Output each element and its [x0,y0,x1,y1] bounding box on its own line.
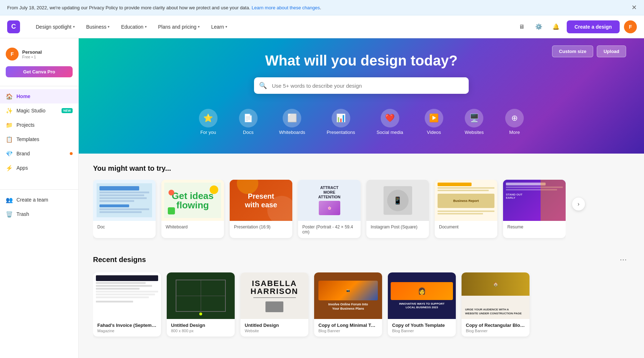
recent-card-tennis-info: Untitled Design 800 x 800 px [167,319,235,337]
sidebar-item-templates[interactable]: 📋 Templates [0,132,78,146]
sidebar-item-apps[interactable]: ⚡ Apps [0,161,78,175]
recent-card-invoice-info: Fahad's Invoice (September 20... Magazin… [93,319,161,337]
sidebar-item-label: Trash [16,211,29,217]
quick-type-more[interactable]: ⊕ More [494,105,535,139]
monitor-icon-button[interactable]: 🖥 [515,20,528,33]
get-canva-pro-button[interactable]: Get Canva Pro [6,66,73,77]
create-team-icon: 👥 [6,196,13,203]
recent-card-invoice-thumb [93,272,161,319]
hero-search: 🔍 [254,77,469,94]
avatar[interactable]: F [624,20,637,33]
nav-right: 🖥 ⚙️ 🔔 Create a design F [515,20,637,33]
recent-card-invoice[interactable]: Fahad's Invoice (September 20... Magazin… [93,272,161,337]
settings-icon-button[interactable]: ⚙️ [532,20,545,33]
recent-more-button[interactable]: ⋯ [617,254,630,265]
sidebar-item-home[interactable]: 🏠 Home [0,89,78,103]
sidebar-item-label: Apps [16,165,28,171]
try-card-resume-thumb: STAND OUTEARLY [503,180,566,221]
recent-card-forum-thumb: 📸 Involve Online Forum IntoYour Business… [314,272,382,319]
recent-card-invoice-title: Fahad's Invoice (September 20... [97,323,157,328]
bell-icon-button[interactable]: 🔔 [550,20,562,33]
recent-card-rectangular[interactable]: 🏠 URGE YOUR AUDIENCE WITH AWEBSITE UNDER… [462,272,530,337]
recent-section-title: Recent designs [93,256,146,264]
notification-text: From July 18, 2022, we're updating our P… [7,5,321,10]
try-card-doc-thumb [93,180,156,221]
nav-item-learn[interactable]: Learn ▾ [206,21,232,33]
recent-card-innovative-sub: Blog Banner [392,329,452,333]
recent-section-header: Recent designs ⋯ [93,254,630,265]
hero-title: What will you design today? [97,53,626,69]
new-badge: NEW [62,108,73,113]
chevron-down-icon: ▾ [225,25,227,29]
recent-card-tennis-thumb [167,272,235,319]
whiteboards-icon: ⬜ [283,109,301,127]
try-card-poster[interactable]: ATTRACTMOREATTENTION 🌸 Poster (Portrait … [298,180,361,238]
main-content: You might want to try... [79,154,644,350]
try-card-poster-label: Poster (Portrait - 42 × 59.4 cm) [298,221,361,238]
quick-type-social-media[interactable]: ❤️ Social media [366,105,414,139]
try-card-presentation-thumb: Presentwith ease [230,180,292,221]
try-card-presentation[interactable]: Presentwith ease Presentation (16:9) [230,180,292,238]
recent-card-isabella[interactable]: ISABELLAHARRISON Untitled Design Website [240,272,308,337]
quick-type-presentations[interactable]: 📊 Presentations [316,105,366,139]
sidebar-item-label: Create a team [16,197,48,203]
recent-card-invoice-sub: Magazine [97,329,157,333]
try-card-document[interactable]: Business Report Document [435,180,497,238]
sidebar-item-label: Magic Studio [16,108,45,113]
quick-type-videos[interactable]: ▶️ Videos [414,105,454,139]
custom-size-button[interactable]: Custom size [552,45,593,57]
hero-section: Custom size Upload What will you design … [79,38,644,154]
recent-card-forum[interactable]: 📸 Involve Online Forum IntoYour Business… [314,272,382,337]
try-section: You might want to try... [93,164,630,241]
recent-section: Recent designs ⋯ [93,254,630,339]
presentations-icon: 📊 [332,109,350,127]
quick-type-websites[interactable]: 🖥️ Websites [454,105,494,139]
recent-card-rectangular-info: Copy of Rectangular Block Te... Blog Ban… [462,319,530,337]
notification-bar: From July 18, 2022, we're updating our P… [0,0,644,15]
recent-card-tennis-title: Untitled Design [171,323,230,328]
quick-type-for-you[interactable]: ⭐ For you [188,105,228,139]
docs-icon: 📄 [239,109,258,127]
brand-icon: 💎 [6,150,13,157]
search-icon: 🔍 [254,77,272,94]
sidebar-avatar: F [6,48,19,61]
sidebar-item-brand[interactable]: 💎 Brand [0,146,78,161]
for-you-icon: ⭐ [199,109,218,127]
recent-card-innovative-title: Copy of Youth Template [392,323,452,328]
recent-card-innovative-thumb: 👩 INNOVATIVE WAYS TO SUPPORTLOCAL BUSINE… [388,272,456,319]
recent-card-tennis[interactable]: Untitled Design 800 x 800 px [167,272,235,337]
upload-button[interactable]: Upload [597,45,626,57]
main-layout: F Personal Free • 1 Get Canva Pro 🏠 Home… [0,38,644,358]
try-card-instagram[interactable]: 📱 Instagram Post (Square) [366,180,429,238]
sidebar-item-magic-studio[interactable]: ✨ Magic Studio NEW [0,103,78,118]
nav-item-design-spotlight[interactable]: Design spotlight ▾ [31,21,80,33]
hero-buttons: Custom size Upload [552,45,626,57]
next-try-cards-button[interactable]: › [572,198,585,211]
try-card-whiteboard-label: Whiteboard [161,221,224,233]
quick-types: ⭐ For you 📄 Docs ⬜ Whiteboards 📊 Present… [97,105,626,139]
sidebar-item-trash[interactable]: 🗑️ Trash [0,207,78,221]
try-card-resume[interactable]: STAND OUTEARLY Resume [503,180,566,238]
nav-item-plans-pricing[interactable]: Plans and pricing ▾ [153,21,205,33]
create-design-button[interactable]: Create a design [567,20,620,33]
sidebar-item-projects[interactable]: 📁 Projects [0,118,78,132]
recent-card-innovative[interactable]: 👩 INNOVATIVE WAYS TO SUPPORTLOCAL BUSINE… [388,272,456,337]
try-card-instagram-label: Instagram Post (Square) [366,221,429,233]
chevron-down-icon: ▾ [73,25,75,29]
top-nav: C Design spotlight ▾ Business ▾ Educatio… [0,15,644,38]
sidebar-divider [0,86,78,86]
recent-card-isabella-title: Untitled Design [245,323,304,328]
quick-type-whiteboards[interactable]: ⬜ Whiteboards [268,105,316,139]
more-icon: ⊕ [505,109,524,127]
notification-close-button[interactable]: ✕ [631,4,637,11]
nav-item-business[interactable]: Business ▾ [81,21,115,33]
nav-item-education[interactable]: Education ▾ [116,21,151,33]
logo[interactable]: C [7,20,20,33]
sidebar-item-create-team[interactable]: 👥 Create a team [0,193,78,207]
apps-icon: ⚡ [6,164,13,171]
notification-link[interactable]: Learn more about these changes [252,5,320,10]
search-input[interactable] [272,77,469,94]
try-card-doc[interactable]: Doc [93,180,156,238]
quick-type-docs[interactable]: 📄 Docs [228,105,268,139]
try-card-whiteboard[interactable]: Get ideasflowing Whiteboard [161,180,224,238]
